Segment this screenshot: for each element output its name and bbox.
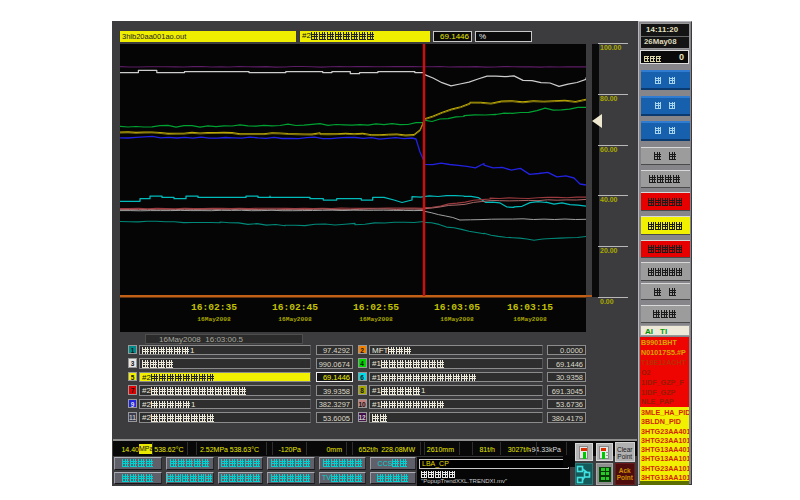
svg-text:16May2008: 16May2008 [513,316,547,323]
svg-text:16May2008: 16May2008 [278,316,312,323]
svg-text:16:02:45: 16:02:45 [272,302,318,313]
svg-text:16:02:35: 16:02:35 [191,302,237,313]
svg-text:16:02:55: 16:02:55 [353,302,399,313]
svg-text:16May2008: 16May2008 [197,316,231,323]
svg-text:16May2008: 16May2008 [440,316,474,323]
svg-text:16:03:15: 16:03:15 [507,302,553,313]
svg-text:16:03:05: 16:03:05 [434,302,480,313]
svg-text:16May2008: 16May2008 [359,316,393,323]
